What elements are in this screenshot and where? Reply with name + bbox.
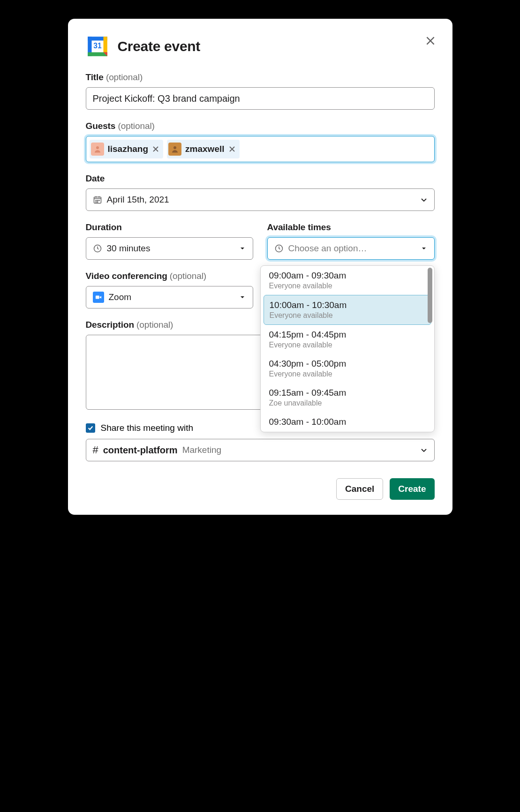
time-option-sub: Everyone available [269,370,426,378]
time-option-label: 09:30am - 10:00am [269,417,426,427]
title-input[interactable]: Project Kickoff: Q3 brand campaign [86,87,435,110]
guest-chip[interactable]: lisazhang [90,140,164,158]
time-option[interactable]: 10:00am - 10:30am Everyone available [264,295,431,325]
scrollbar[interactable] [428,268,432,430]
title-field: Title (optional) Project Kickoff: Q3 bra… [86,72,435,110]
share-checkbox[interactable] [86,423,95,433]
video-label-optional: (optional) [170,271,206,281]
title-input-value: Project Kickoff: Q3 brand campaign [93,93,428,104]
svg-point-7 [96,146,99,149]
time-option[interactable]: 09:15am - 09:45am Zoe unavailable [261,383,434,412]
clock-icon [274,244,284,253]
guests-input[interactable]: lisazhang zmaxwell [86,136,435,162]
svg-point-11 [97,200,98,201]
svg-point-13 [96,202,96,202]
svg-point-12 [98,200,99,201]
title-label-text: Title [86,72,104,82]
zoom-icon [93,292,104,303]
time-option-label: 09:15am - 09:45am [269,388,426,398]
remove-guest-icon[interactable] [152,145,159,153]
svg-point-10 [96,200,96,201]
time-option-label: 10:00am - 10:30am [270,300,422,310]
time-option[interactable]: 04:15pm - 04:45pm Everyone available [261,325,434,354]
time-option-label: 04:30pm - 05:00pm [269,359,426,369]
close-button[interactable] [424,35,437,49]
modal-title: Create event [118,38,201,54]
chevron-down-icon [420,245,428,252]
date-label: Date [86,173,435,184]
video-label-text: Video conferencing [86,271,167,281]
cancel-button[interactable]: Cancel [336,478,383,500]
duration-field: Duration 30 minutes [86,222,253,260]
scrollbar-thumb[interactable] [428,268,432,323]
duration-select[interactable]: 30 minutes [86,237,253,260]
avatar [91,143,104,156]
date-field: Date April 15th, 2021 [86,173,435,211]
time-option-sub: Everyone available [269,341,426,349]
time-option-sub: Everyone available [269,282,426,290]
guests-label-text: Guests [86,121,116,131]
channel-name: content-platform [103,445,178,456]
time-option[interactable]: 04:30pm - 05:00pm Everyone available [261,354,434,383]
date-value: April 15th, 2021 [107,195,415,205]
hash-icon: # [93,444,98,456]
time-option-sub: Zoe unavailable [269,399,426,407]
description-label-optional: (optional) [136,320,173,330]
time-option-label: 09:00am - 09:30am [269,271,426,281]
duration-label: Duration [86,222,253,233]
guest-chip-name: zmaxwell [185,144,224,154]
guests-label-optional: (optional) [118,121,155,131]
chevron-down-icon [420,446,428,454]
guest-chip[interactable]: zmaxwell [167,140,239,158]
calendar-icon [93,195,102,204]
chevron-down-icon [420,196,428,203]
guests-label: Guests (optional) [86,121,435,131]
available-times-field: Available times Choose an option… [267,222,435,260]
chevron-down-icon [239,245,246,252]
channel-workspace: Marketing [182,445,221,455]
available-times-placeholder: Choose an option… [288,243,415,254]
guest-chip-name: lisazhang [108,144,149,154]
available-times-label: Available times [267,222,435,233]
svg-point-14 [97,202,98,202]
svg-rect-17 [95,296,99,299]
google-calendar-icon: 31 [86,35,109,58]
title-label: Title (optional) [86,72,435,83]
duration-available-row: Duration 30 minutes Available times Choo… [86,222,435,260]
remove-guest-icon[interactable] [228,145,236,153]
svg-point-8 [173,146,176,149]
clock-icon [93,244,102,253]
title-label-optional: (optional) [106,72,143,82]
create-button[interactable]: Create [390,478,434,500]
time-option-sub: Everyone available [270,311,422,320]
video-conferencing-label: Video conferencing (optional) [86,271,253,281]
share-channel-select[interactable]: # content-platform Marketing [86,439,435,461]
modal-header: 31 Create event [86,35,435,58]
video-conferencing-select[interactable]: Zoom [86,286,253,308]
time-option-label: 04:15pm - 04:45pm [269,330,426,340]
time-option[interactable]: 09:00am - 09:30am Everyone available [261,266,434,295]
available-times-dropdown: 09:00am - 09:30am Everyone available 10:… [260,265,435,432]
modal-footer: Cancel Create [86,478,435,500]
create-event-modal: 31 Create event Title (optional) Project… [68,19,452,515]
available-times-select[interactable]: Choose an option… [267,237,435,260]
share-label: Share this meeting with [101,423,194,433]
description-label-text: Description [86,320,134,330]
video-value: Zoom [109,292,234,302]
chevron-down-icon [239,293,246,301]
guests-field: Guests (optional) lisazhang zmaxwell [86,121,435,162]
video-conferencing-field: Video conferencing (optional) Zoom [86,271,253,308]
avatar [168,143,181,156]
svg-text:31: 31 [93,42,102,50]
duration-value: 30 minutes [107,243,234,254]
date-select[interactable]: April 15th, 2021 [86,188,435,211]
time-option[interactable]: 09:30am - 10:00am [261,412,434,432]
